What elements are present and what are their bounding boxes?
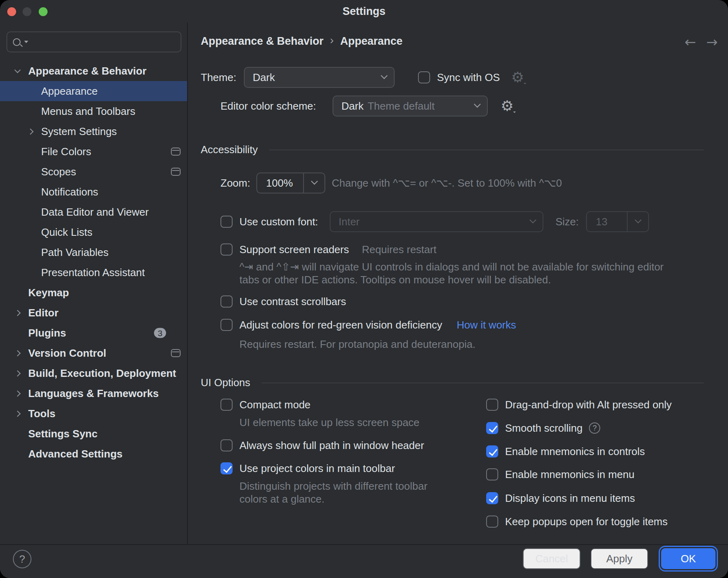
drag-drop-row: Drag-and-drop with Alt pressed only: [486, 397, 672, 412]
sidebar-item-presentation-assistant[interactable]: Presentation Assistant: [0, 262, 187, 283]
mnemonics-controls-row: Enable mnemonics in controls: [486, 444, 645, 459]
breadcrumb-parent[interactable]: Appearance & Behavior: [201, 35, 324, 48]
project-colors-checkbox[interactable]: [220, 462, 233, 474]
plugins-count-badge: 3: [154, 328, 166, 338]
theme-select[interactable]: Dark: [244, 67, 395, 88]
size-select[interactable]: 13: [586, 211, 649, 232]
cancel-button[interactable]: Cancel: [523, 548, 580, 569]
compact-mode-label: Compact mode: [239, 399, 310, 411]
compact-mode-checkbox[interactable]: [220, 399, 233, 411]
accessibility-section-header: Accessibility: [201, 143, 704, 156]
editor-color-scheme-label: Editor color scheme:: [220, 100, 333, 112]
sidebar-item-notifications[interactable]: Notifications: [0, 182, 187, 202]
help-icon[interactable]: ?: [13, 550, 31, 568]
theme-row: Theme: Dark Sync with OS ⚙: [201, 67, 524, 88]
chevron-right-icon[interactable]: [15, 390, 21, 397]
sidebar-item-appearance-behavior[interactable]: Appearance & Behavior: [0, 61, 187, 81]
font-select[interactable]: Inter: [330, 211, 543, 232]
scheme-row: Editor color scheme: Dark Theme default …: [220, 96, 514, 116]
search-history-caret-icon[interactable]: [24, 41, 28, 43]
settings-window: Settings Appearance & Behavior Appearanc…: [0, 0, 728, 578]
sidebar-item-settings-sync[interactable]: Settings Sync: [0, 424, 187, 444]
support-screen-readers-checkbox[interactable]: [220, 243, 233, 256]
smooth-scrolling-label: Smooth scrolling: [505, 422, 582, 435]
chevron-down-icon: [311, 178, 318, 185]
chevron-down-icon: [530, 216, 537, 223]
adjust-colors-label: Adjust colors for red-green vision defic…: [239, 319, 442, 331]
sidebar-item-menus-toolbars[interactable]: Menus and Toolbars: [0, 101, 187, 121]
ui-options-section-header: UI Options: [201, 376, 704, 389]
chevron-right-icon[interactable]: [15, 410, 21, 417]
smooth-scrolling-row: Smooth scrolling ?: [486, 421, 600, 435]
sidebar-item-appearance[interactable]: Appearance: [0, 81, 187, 101]
project-settings-icon: [171, 349, 181, 357]
sidebar-item-editor[interactable]: Editor: [0, 303, 187, 323]
mnemonics-menu-row: Enable mnemonics in menu: [486, 467, 634, 482]
zoom-select[interactable]: 100%: [256, 173, 325, 193]
apply-button[interactable]: Apply: [591, 548, 648, 569]
use-contrast-scrollbars-checkbox[interactable]: [220, 295, 233, 308]
titlebar: Settings: [0, 0, 728, 23]
search-input[interactable]: [6, 31, 181, 52]
sidebar-item-advanced-settings[interactable]: Advanced Settings: [0, 444, 187, 464]
forward-arrow-icon[interactable]: →: [706, 34, 718, 50]
sidebar-item-version-control[interactable]: Version Control: [0, 343, 187, 363]
full-path-checkbox[interactable]: [220, 439, 233, 451]
keep-popups-row: Keep popups open for toggle items: [486, 514, 668, 529]
section-divider: [262, 383, 704, 383]
use-contrast-scrollbars-label: Use contrast scrollbars: [239, 295, 346, 308]
sidebar-item-quick-lists[interactable]: Quick Lists: [0, 222, 187, 242]
sync-with-os-label: Sync with OS: [437, 71, 500, 84]
compact-mode-row: Compact mode: [220, 397, 310, 412]
chevron-right-icon[interactable]: [15, 350, 21, 356]
theme-label: Theme:: [201, 71, 244, 84]
section-divider: [269, 150, 704, 150]
ok-button[interactable]: OK: [661, 548, 716, 569]
sidebar-item-file-colors[interactable]: File Colors: [0, 141, 187, 162]
sidebar-item-path-variables[interactable]: Path Variables: [0, 242, 187, 262]
sync-with-os-checkbox[interactable]: [418, 71, 430, 83]
screen-readers-row: Support screen readers Requires restart: [220, 242, 437, 257]
project-colors-row: Use project colors in main toolbar: [220, 461, 395, 476]
search-icon: [13, 38, 21, 46]
red-green-description: Requires restart. For protanopia and deu…: [239, 338, 475, 351]
how-it-works-link[interactable]: How it works: [457, 319, 516, 331]
zoom-label: Zoom:: [220, 177, 256, 189]
sidebar-item-tools[interactable]: Tools: [0, 403, 187, 424]
display-icons-row: Display icons in menu items: [486, 491, 635, 505]
custom-font-row: Use custom font: Inter Size: 13: [220, 211, 649, 232]
keep-popups-checkbox[interactable]: [486, 516, 498, 528]
sidebar-item-system-settings[interactable]: System Settings: [0, 121, 187, 141]
mnemonics-menu-checkbox[interactable]: [486, 468, 498, 480]
display-icons-checkbox[interactable]: [486, 492, 498, 504]
project-colors-hint: Distinguish projects with different tool…: [239, 480, 437, 505]
chevron-down-icon: [474, 101, 481, 108]
back-arrow-icon[interactable]: ←: [684, 34, 696, 50]
scheme-settings-gear-icon[interactable]: ⚙: [501, 99, 514, 113]
drag-drop-alt-checkbox[interactable]: [486, 399, 498, 411]
mnemonics-controls-checkbox[interactable]: [486, 445, 498, 457]
display-icons-label: Display icons in menu items: [505, 492, 635, 505]
chevron-right-icon[interactable]: [15, 310, 21, 316]
use-custom-font-checkbox[interactable]: [220, 216, 233, 228]
sidebar-item-keymap[interactable]: Keymap: [0, 283, 187, 303]
sidebar-item-scopes[interactable]: Scopes: [0, 162, 187, 182]
breadcrumb-current: Appearance: [340, 35, 403, 48]
breadcrumb: Appearance & Behavior › Appearance: [201, 35, 403, 48]
editor-color-scheme-select[interactable]: Dark Theme default: [333, 96, 488, 116]
sidebar-item-languages-frameworks[interactable]: Languages & Frameworks: [0, 383, 187, 403]
adjust-colors-checkbox[interactable]: [220, 319, 233, 331]
smooth-scrolling-help-icon[interactable]: ?: [589, 422, 600, 434]
sidebar-divider: [187, 23, 188, 545]
chevron-right-icon[interactable]: [27, 128, 34, 135]
project-settings-icon: [171, 148, 181, 156]
sidebar-item-plugins[interactable]: Plugins 3: [0, 323, 187, 343]
sync-settings-gear-icon[interactable]: ⚙: [511, 70, 524, 85]
chevron-right-icon[interactable]: [15, 370, 21, 376]
smooth-scrolling-checkbox[interactable]: [486, 422, 498, 434]
sidebar-item-data-editor-viewer[interactable]: Data Editor and Viewer: [0, 202, 187, 222]
sidebar-item-build-execution-deployment[interactable]: Build, Execution, Deployment: [0, 363, 187, 383]
red-green-row: Adjust colors for red-green vision defic…: [220, 318, 516, 332]
full-path-row: Always show full path in window header: [220, 438, 424, 453]
chevron-down-icon[interactable]: [15, 67, 21, 73]
